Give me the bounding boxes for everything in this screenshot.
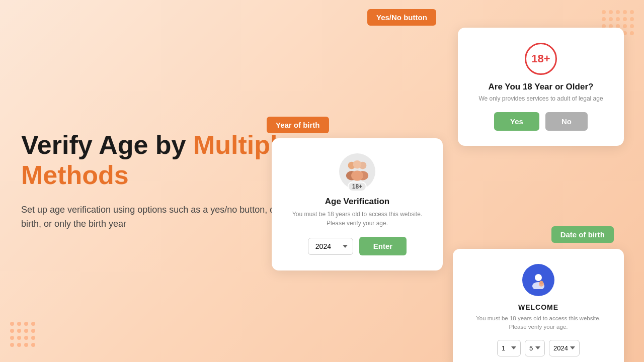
dob-card-heading: WELCOME bbox=[471, 303, 606, 311]
dob-card-subtext: You must be 18 years old to access this … bbox=[471, 314, 606, 332]
age-18-icon: 18+ bbox=[525, 43, 557, 75]
year-card-subtext: You must be 18 years old to access this … bbox=[290, 210, 425, 228]
cards-area: Yes/No button Year of birth Date of birt… bbox=[267, 0, 644, 362]
svg-point-9 bbox=[540, 281, 543, 285]
dob-month-select[interactable]: 1234 567 bbox=[525, 340, 545, 356]
page-description: Set up age verification using options su… bbox=[21, 203, 303, 232]
date-of-birth-tag: Date of birth bbox=[551, 226, 614, 243]
year-of-birth-tag: Year of birth bbox=[267, 117, 329, 133]
yes-no-buttons: Yes No bbox=[476, 112, 606, 131]
dob-year-select[interactable]: 2024202320062005 bbox=[549, 340, 580, 356]
people-icon: 18+ bbox=[339, 153, 375, 190]
year-select[interactable]: 2024 2023 2022 2006 2005 bbox=[308, 238, 353, 255]
year-of-birth-card: 18+ Age Verification You must be 18 year… bbox=[272, 138, 443, 270]
dob-day-select[interactable]: 12345 678910 bbox=[497, 340, 521, 356]
no-button[interactable]: No bbox=[545, 112, 588, 131]
dob-input-row: 12345 678910 1234 567 2024202320062005 bbox=[471, 340, 606, 356]
page-title: Verify Age by Multiple Methods bbox=[21, 130, 303, 191]
yes-button[interactable]: Yes bbox=[494, 112, 539, 131]
left-content-area: Verify Age by Multiple Methods Set up ag… bbox=[21, 130, 303, 231]
age-badge: 18+ bbox=[348, 182, 367, 192]
avatar-icon bbox=[522, 264, 554, 296]
title-highlight: Multiple Methods bbox=[21, 130, 292, 190]
yes-no-card-heading: Are You 18 Year or Older? bbox=[476, 82, 606, 92]
year-card-heading: Age Verification bbox=[290, 197, 425, 207]
yes-no-tag: Yes/No button bbox=[367, 9, 436, 26]
svg-point-4 bbox=[353, 160, 362, 169]
date-of-birth-card: WELCOME You must be 18 years old to acce… bbox=[453, 249, 624, 362]
yes-no-card: 18+ Are You 18 Year or Older? We only pr… bbox=[458, 28, 624, 146]
svg-point-6 bbox=[535, 274, 542, 281]
svg-point-5 bbox=[351, 170, 363, 180]
yes-no-card-subtext: We only provides services to adult of le… bbox=[476, 95, 606, 102]
decorative-dots-bottom-left bbox=[10, 322, 35, 347]
year-input-row: 2024 2023 2022 2006 2005 Enter bbox=[290, 237, 425, 255]
enter-button[interactable]: Enter bbox=[359, 237, 407, 255]
